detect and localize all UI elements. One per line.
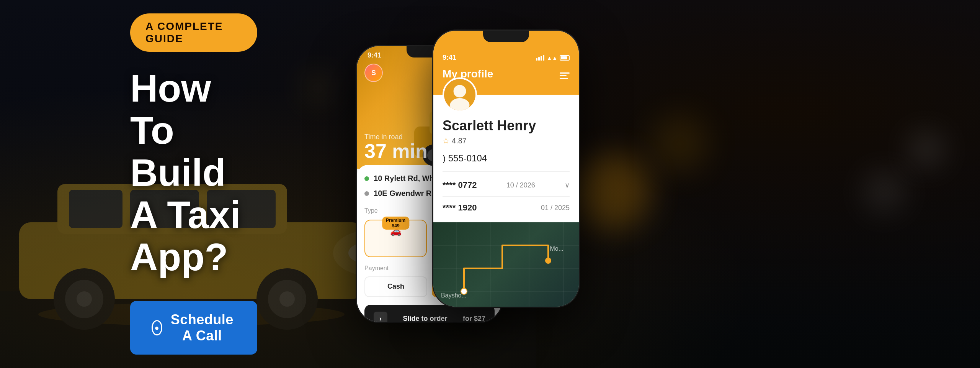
price-label: for $27 (463, 315, 485, 322)
phone2-status-bar: 9:41 ▲▲ (443, 54, 570, 62)
cta-icon: ● (152, 320, 162, 335)
pickup-dot (364, 176, 369, 181)
phones-section: 9:41 📶 (334, 0, 980, 368)
phone-number: ) 555-0104 (443, 153, 570, 164)
premium-badge: Premium$49 (382, 217, 409, 230)
star-icon: ☆ (443, 136, 449, 145)
cash-option[interactable]: Cash (364, 276, 427, 297)
phone-profile: 9:41 ▲▲ (433, 31, 579, 307)
phone2-status-icons: ▲▲ (536, 55, 570, 61)
card-2-expiry: 01 / 2025 (541, 204, 570, 212)
menu-line-1 (560, 72, 570, 74)
slide-label: Slide to order (403, 315, 448, 322)
svg-point-26 (450, 98, 470, 112)
time-in-road-section: Time in road 37 min (364, 133, 428, 161)
time-value: 37 min (364, 141, 428, 161)
card-1-chevron-icon: ∨ (565, 181, 570, 189)
card-2-number: **** 1920 (443, 203, 477, 213)
phone2-time: 9:41 (443, 54, 456, 62)
guide-badge: A COMPLETE GUIDE (130, 13, 257, 52)
dropoff-dot (364, 191, 369, 196)
phone2-wifi-icon: ▲▲ (547, 55, 557, 61)
phone2-screen: 9:41 ▲▲ (433, 31, 579, 307)
divider-2 (443, 171, 570, 172)
profile-rating: ☆ 4.87 (443, 136, 570, 145)
menu-line-2 (560, 75, 567, 76)
phone1-time: 9:41 (368, 51, 381, 59)
schedule-call-button[interactable]: ● Schedule A Call (130, 301, 257, 355)
map-label-bayshore: Baysho... (441, 292, 467, 299)
rating-value: 4.87 (452, 136, 467, 145)
card-1-expiry: 10 / 2026 (506, 181, 535, 189)
card-row-2[interactable]: **** 1920 01 / 2025 (443, 197, 570, 219)
slide-arrow-icon: › (374, 312, 387, 322)
car-type-premium[interactable]: Premium$49 🚗 (364, 220, 427, 257)
profile-title-text: My profile (443, 68, 493, 80)
map-section: Baysho... Mo... (433, 222, 579, 307)
phone2-battery-icon (560, 55, 570, 61)
left-section: A COMPLETE GUIDE How To Build A Taxi App… (0, 0, 334, 368)
content-wrapper: A COMPLETE GUIDE How To Build A Taxi App… (0, 0, 980, 368)
profile-avatar (443, 77, 477, 112)
profile-name: Scarlett Henry (443, 118, 570, 134)
user-avatar[interactable]: S (364, 64, 383, 82)
slide-to-order-button[interactable]: › Slide to order for $27 (364, 305, 495, 322)
svg-point-25 (454, 85, 466, 97)
card-row-1[interactable]: **** 0772 10 / 2026 ∨ (443, 174, 570, 197)
map-label-mo: Mo... (550, 245, 564, 252)
phone2-notch (483, 31, 529, 42)
menu-line-3 (560, 78, 568, 79)
map-background: Baysho... Mo... (433, 222, 579, 307)
card-1-number: **** 0772 (443, 180, 477, 190)
phone2-signal-icon (536, 55, 544, 61)
page-title: How To Build A Taxi App? (130, 67, 257, 278)
profile-menu-icon[interactable] (560, 72, 570, 79)
svg-point-35 (545, 258, 551, 264)
